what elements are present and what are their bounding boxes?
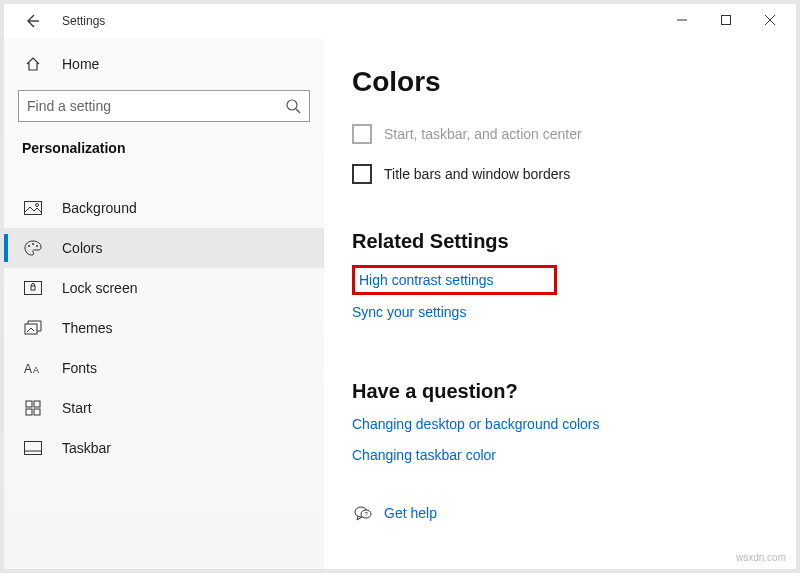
main-content: Colors Start, taskbar, and action center… [324, 38, 796, 569]
picture-icon [24, 201, 42, 215]
get-help-row[interactable]: ? Get help [352, 505, 766, 521]
chat-help-icon: ? [354, 505, 372, 521]
search-box[interactable] [18, 90, 310, 122]
svg-rect-2 [722, 16, 731, 25]
sidebar-item-lockscreen[interactable]: Lock screen [4, 268, 324, 308]
related-settings-heading: Related Settings [352, 230, 766, 253]
svg-text:A: A [33, 365, 39, 375]
maximize-icon [721, 15, 731, 25]
minimize-button[interactable] [660, 6, 704, 34]
start-icon [25, 400, 41, 416]
sidebar: Home Personalization Background Colors [4, 38, 324, 569]
sidebar-item-fonts[interactable]: AA Fonts [4, 348, 324, 388]
arrow-left-icon [24, 13, 40, 29]
sidebar-item-colors[interactable]: Colors [4, 228, 324, 268]
maximize-button[interactable] [704, 6, 748, 34]
back-button[interactable] [20, 9, 44, 33]
fonts-icon: AA [24, 361, 42, 375]
sidebar-item-taskbar[interactable]: Taskbar [4, 428, 324, 468]
svg-point-10 [32, 243, 34, 245]
home-label: Home [62, 56, 99, 72]
themes-icon [24, 320, 42, 336]
close-button[interactable] [748, 6, 792, 34]
page-title: Colors [352, 66, 766, 98]
link-help-taskbar-color[interactable]: Changing taskbar color [352, 447, 496, 463]
sidebar-item-label: Colors [62, 240, 102, 256]
checkbox-icon[interactable] [352, 164, 372, 184]
sidebar-item-label: Start [62, 400, 92, 416]
question-heading: Have a question? [352, 380, 766, 403]
titlebar: Settings [4, 4, 796, 38]
lockscreen-icon [24, 281, 42, 295]
minimize-icon [677, 15, 687, 25]
svg-rect-20 [34, 409, 40, 415]
sidebar-item-label: Fonts [62, 360, 97, 376]
sidebar-item-themes[interactable]: Themes [4, 308, 324, 348]
sidebar-item-label: Themes [62, 320, 113, 336]
svg-rect-13 [31, 286, 35, 290]
checkbox-icon [352, 124, 372, 144]
window-controls [660, 6, 792, 34]
svg-rect-17 [26, 401, 32, 407]
link-help-desktop-colors[interactable]: Changing desktop or background colors [352, 416, 600, 432]
svg-text:A: A [24, 362, 32, 375]
sidebar-item-label: Taskbar [62, 440, 111, 456]
watermark: wsxdn.com [736, 552, 786, 563]
svg-rect-18 [34, 401, 40, 407]
home-icon [25, 56, 41, 72]
section-header: Personalization [4, 136, 324, 172]
svg-point-11 [36, 245, 38, 247]
svg-rect-21 [25, 442, 42, 455]
svg-point-5 [287, 100, 297, 110]
link-get-help[interactable]: Get help [384, 505, 437, 521]
palette-icon [24, 240, 42, 256]
svg-rect-14 [25, 324, 37, 334]
checkbox-label: Title bars and window borders [384, 166, 570, 182]
svg-point-9 [28, 245, 30, 247]
checkbox-start-taskbar: Start, taskbar, and action center [352, 124, 766, 144]
sidebar-item-start[interactable]: Start [4, 388, 324, 428]
highlight-box: High contrast settings [352, 265, 557, 295]
link-sync-settings[interactable]: Sync your settings [352, 304, 466, 320]
search-icon [285, 98, 301, 114]
link-high-contrast[interactable]: High contrast settings [359, 272, 494, 288]
checkbox-label: Start, taskbar, and action center [384, 126, 582, 142]
sidebar-item-label: Background [62, 200, 137, 216]
taskbar-icon [24, 441, 42, 455]
search-input[interactable] [27, 98, 285, 114]
svg-line-6 [296, 109, 300, 113]
window-title: Settings [62, 14, 105, 28]
home-nav[interactable]: Home [4, 48, 324, 80]
close-icon [765, 15, 775, 25]
svg-point-8 [36, 204, 39, 207]
sidebar-item-label: Lock screen [62, 280, 137, 296]
sidebar-item-background[interactable]: Background [4, 188, 324, 228]
checkbox-titlebars[interactable]: Title bars and window borders [352, 164, 766, 184]
svg-rect-7 [25, 202, 42, 215]
svg-rect-19 [26, 409, 32, 415]
